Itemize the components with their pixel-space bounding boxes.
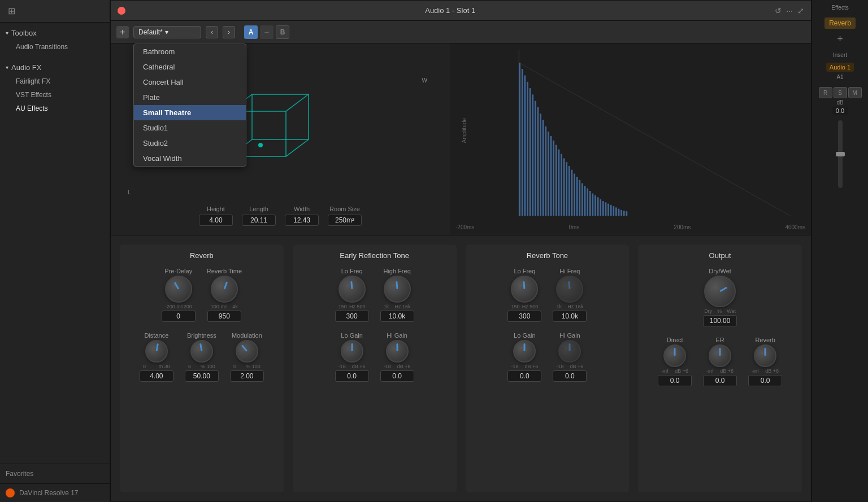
rt-lo-freq-knob[interactable] (511, 276, 538, 303)
direct-value[interactable]: 0.0 (658, 375, 692, 386)
dry-wet-knob[interactable] (704, 276, 736, 307)
width-value[interactable]: 12.43 (285, 215, 319, 226)
preset-option-studio2[interactable]: Studio2 (134, 136, 246, 151)
time-label-0: 0ms (568, 224, 579, 230)
preset-option-plate[interactable]: Plate (134, 90, 246, 105)
channel-controls: R S M dB 0.0 (819, 87, 862, 188)
db-value[interactable]: 0.0 (832, 107, 848, 115)
reverb-time-value[interactable]: 950 (207, 311, 241, 322)
svg-rect-11 (527, 82, 528, 216)
er-hi-freq-value[interactable]: 10.0k (380, 311, 414, 322)
svg-rect-24 (561, 154, 562, 216)
r-button[interactable]: R (819, 87, 832, 98)
fader-handle[interactable] (836, 152, 845, 156)
preset-option-bathroom[interactable]: Bathroom (134, 44, 246, 59)
brightness-label: Brightness (187, 332, 216, 339)
svg-rect-47 (620, 210, 622, 216)
preset-option-vocal-width[interactable]: Vocal Width (134, 151, 246, 166)
rt-lo-freq-value[interactable]: 300 (507, 311, 541, 322)
ab-a-button[interactable]: A (244, 25, 258, 39)
time-label-neg200: -200ms (455, 224, 474, 230)
expand-icon[interactable]: ⤢ (797, 6, 804, 15)
rt-lo-gain-value[interactable]: 0.0 (507, 370, 541, 382)
svg-rect-46 (618, 209, 620, 216)
er-gain-row: Lo Gain -18 dB +6 0.0 Hi Gain -18 (335, 332, 414, 382)
sidebar-item-fairlight-fx[interactable]: Fairlight FX (0, 75, 110, 88)
er-lo-gain-value[interactable]: 0.0 (335, 370, 369, 382)
preset-option-studio1[interactable]: Studio1 (134, 120, 246, 136)
preset-next-button[interactable]: › (223, 26, 235, 38)
er-output-value[interactable]: 0.0 (703, 375, 737, 386)
rt-hi-gain-label: Hi Gain (559, 332, 580, 339)
reverb-output-value[interactable]: 0.0 (748, 375, 782, 386)
svg-rect-14 (535, 101, 536, 216)
er-output-knob[interactable] (709, 344, 731, 367)
distance-knob[interactable] (145, 340, 168, 363)
dry-wet-value[interactable]: 100.00 (703, 315, 737, 326)
direct-knob[interactable] (663, 344, 686, 367)
svg-rect-45 (615, 207, 617, 216)
toolbox-header[interactable]: ▾ Toolbox (0, 26, 110, 40)
ab-b-button[interactable]: B (276, 25, 289, 39)
length-value[interactable]: 20.11 (242, 215, 276, 226)
preset-prev-button[interactable]: ‹ (206, 26, 218, 38)
er-lo-freq-knob[interactable] (338, 276, 366, 303)
pre-delay-container: Pre-Delay -200 ms 200 0 (162, 268, 196, 322)
er-lo-gain-label: Lo Gain (341, 332, 363, 339)
add-effect-button[interactable]: + (837, 33, 843, 45)
preset-option-concert-hall[interactable]: Concert Hall (134, 75, 246, 90)
channel-fader[interactable] (838, 120, 843, 188)
room-size-param: Room Size 250m² (328, 206, 362, 226)
er-lo-gain-knob[interactable] (341, 340, 363, 363)
preset-dropdown[interactable]: Default* ▾ (133, 26, 201, 38)
grid-icon[interactable]: ⊞ (6, 6, 17, 17)
ab-arrow-button[interactable]: → (260, 25, 274, 39)
er-lo-freq-value[interactable]: 300 (335, 311, 369, 322)
width-param: Width 12.43 (285, 206, 319, 226)
pre-delay-knob[interactable] (165, 276, 192, 303)
preset-option-cathedral[interactable]: Cathedral (134, 59, 246, 75)
room-size-value[interactable]: 250m² (328, 215, 362, 226)
modulation-knob[interactable] (236, 340, 258, 363)
er-hi-freq-knob[interactable] (384, 276, 411, 303)
time-labels: -200ms 0ms 200ms 4000ms (450, 224, 811, 230)
rt-lo-gain-knob[interactable] (513, 340, 536, 363)
preset-option-small-theatre[interactable]: Small Theatre (134, 105, 246, 120)
reverb-output-knob[interactable] (754, 344, 776, 367)
m-button[interactable]: M (848, 87, 862, 98)
preset-add-button[interactable]: + (116, 26, 129, 38)
sidebar-item-au-effects[interactable]: AU Effects (0, 102, 110, 115)
reverb-time-knob[interactable] (211, 276, 238, 303)
a1-label: A1 (836, 74, 843, 80)
impulse-svg (450, 43, 811, 235)
s-button[interactable]: S (834, 87, 847, 98)
reverb-tag[interactable]: Reverb (824, 18, 856, 29)
audio-fx-header[interactable]: ▾ Audio FX (0, 60, 110, 75)
svg-rect-26 (566, 162, 567, 216)
pre-delay-value[interactable]: 0 (162, 311, 196, 322)
sidebar-bottom: DaVinci Resolve 17 (0, 483, 110, 502)
er-hi-gain-range: -18 dB +6 (384, 364, 411, 369)
svg-rect-29 (574, 174, 575, 216)
more-icon[interactable]: ··· (786, 6, 793, 15)
rt-hi-freq-knob[interactable] (556, 276, 583, 303)
sidebar-item-audio-transitions[interactable]: Audio Transitions (0, 40, 110, 54)
reverb-output-range: -inf dB +6 (752, 368, 779, 374)
brightness-value[interactable]: 50.00 (185, 370, 219, 382)
close-button[interactable] (118, 7, 125, 15)
rt-hi-freq-value[interactable]: 10.0k (553, 311, 587, 322)
er-hi-gain-value[interactable]: 0.0 (380, 370, 414, 382)
distance-range: 0 m 30 (143, 364, 170, 369)
back-icon[interactable]: ↺ (775, 6, 782, 15)
modulation-value[interactable]: 2.00 (230, 370, 264, 382)
sidebar-item-vst-effects[interactable]: VST Effects (0, 88, 110, 102)
reverb-time-range: 100 ms 4k (211, 304, 238, 309)
er-hi-gain-knob[interactable] (386, 340, 409, 363)
height-value[interactable]: 4.00 (199, 215, 233, 226)
svg-point-6 (258, 143, 263, 147)
rt-hi-gain-value[interactable]: 0.0 (553, 370, 587, 382)
height-param: Height 4.00 (199, 206, 233, 226)
distance-value[interactable]: 4.00 (140, 370, 173, 382)
rt-hi-gain-knob[interactable] (558, 340, 581, 363)
brightness-knob[interactable] (190, 340, 213, 363)
